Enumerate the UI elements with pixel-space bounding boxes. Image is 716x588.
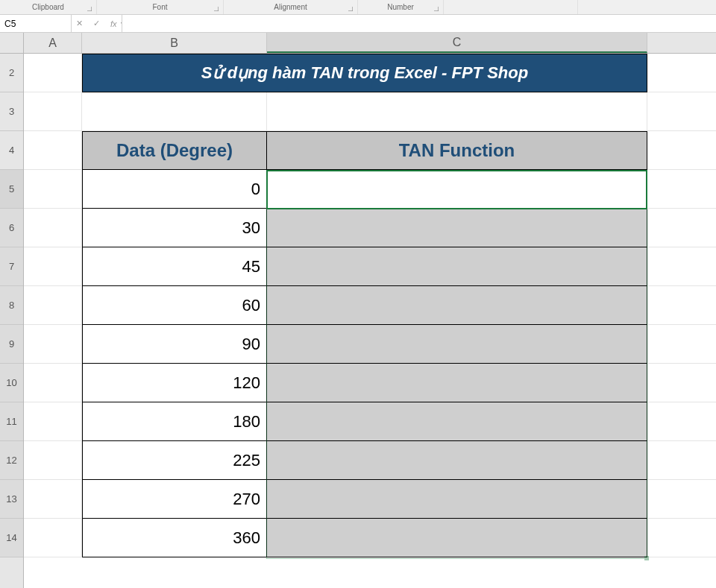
dialog-launcher-icon[interactable] [434,7,439,11]
ribbon-group-label: Clipboard [32,3,64,11]
cell-a7[interactable] [24,247,82,285]
row-header-5[interactable]: 5 [0,170,23,209]
dialog-launcher-icon[interactable] [214,7,219,11]
row-header-2[interactable]: 2 [0,54,23,92]
row-headers: 2 3 4 5 6 7 8 9 10 11 12 13 14 [0,33,24,588]
ribbon-group-label: Alignment [274,3,307,11]
ribbon-group-label: Font [152,3,167,11]
ribbon-group-number: Number [358,0,444,14]
table-row: 30 [82,209,647,247]
table-row: 180 [82,402,647,441]
cell-degree-5[interactable]: 0 [82,170,267,209]
ribbon-group-styles [444,0,578,14]
cell-a11[interactable] [24,402,82,440]
cell-degree-8[interactable]: 60 [82,286,267,325]
row-header-7[interactable]: 7 [0,247,23,286]
row-header-6[interactable]: 6 [0,209,23,247]
row-header-9[interactable]: 9 [0,325,23,364]
cell-a8[interactable] [24,286,82,324]
sheet-title[interactable]: Sử dụng hàm TAN trong Excel - FPT Shop [82,54,647,92]
cell-a6[interactable] [24,209,82,247]
name-box-wrap: ▾ [0,15,67,32]
cell-tan-12[interactable] [267,441,647,480]
row-header-8[interactable]: 8 [0,286,23,325]
ribbon-group-labels: Clipboard Font Alignment Number [0,0,716,15]
cell-degree-13[interactable]: 270 [82,480,267,519]
table-row: 90 [82,325,647,364]
cell-a5[interactable] [24,170,82,208]
cell-tan-6[interactable] [267,209,647,247]
formula-bar-buttons: ✕ ✓ fx [72,15,122,32]
cell-tan-14[interactable] [267,519,647,557]
column-headers: A B C [24,33,716,54]
cell-a10[interactable] [24,364,82,402]
cell-a4[interactable] [24,131,82,169]
select-all-corner[interactable] [0,33,23,54]
cell-degree-9[interactable]: 90 [82,325,267,364]
cell-degree-12[interactable]: 225 [82,441,267,480]
row-header-11[interactable]: 11 [0,402,23,441]
cell-degree-10[interactable]: 120 [82,364,267,402]
row-header-3[interactable]: 3 [0,92,23,131]
cell-a9[interactable] [24,325,82,363]
cell-tan-13[interactable] [267,480,647,519]
cell-tan-5[interactable] [267,170,647,209]
table-row: 225 [82,441,647,480]
cell-b3[interactable] [82,92,267,130]
cell-degree-14[interactable]: 360 [82,519,267,557]
formula-input[interactable] [122,15,716,32]
row-header-10[interactable]: 10 [0,364,23,402]
cell-c3[interactable] [267,92,647,130]
cell-tan-11[interactable] [267,402,647,441]
cell-degree-11[interactable]: 180 [82,402,267,441]
table-row: 0 [82,170,647,209]
ribbon-group-clipboard: Clipboard [0,0,97,14]
cell-tan-9[interactable] [267,325,647,364]
column-header-b[interactable]: B [82,33,267,53]
cell-tan-10[interactable] [267,364,647,402]
dialog-launcher-icon[interactable] [348,7,353,11]
cell-degree-6[interactable]: 30 [82,209,267,247]
ribbon-group-font: Font [97,0,224,14]
cell-a14[interactable] [24,519,82,557]
table-header-row: Data (Degree) TAN Function [82,131,647,170]
column-header-c[interactable]: C [267,33,647,53]
cells-area[interactable]: Sử dụng hàm TAN trong Excel - FPT Shop D… [24,54,716,588]
table-row: 360 [82,519,647,557]
table-header-tan[interactable]: TAN Function [267,131,647,170]
dialog-launcher-icon[interactable] [87,7,92,11]
cell-degree-7[interactable]: 45 [82,247,267,286]
columns-wrap: A B C Sử dụng hàm TAN trong Excel - FPT … [24,33,716,588]
table-row: 270 [82,480,647,519]
enter-icon[interactable]: ✓ [93,19,100,28]
row-header-12[interactable]: 12 [0,441,23,480]
table-row: 60 [82,286,647,325]
cell-tan-8[interactable] [267,286,647,325]
cancel-icon[interactable]: ✕ [76,19,83,28]
row-header-13[interactable]: 13 [0,480,23,519]
row-header-4[interactable]: 4 [0,131,23,170]
table-row: 45 [82,247,647,286]
cell-a12[interactable] [24,441,82,479]
cell-a3[interactable] [24,92,82,130]
ribbon-group-label: Number [387,3,414,11]
ribbon-group-alignment: Alignment [224,0,358,14]
spreadsheet-grid: 2 3 4 5 6 7 8 9 10 11 12 13 14 A B C [0,33,716,588]
cell-a2[interactable] [24,54,82,92]
row-header-14[interactable]: 14 [0,519,23,557]
fx-icon[interactable]: fx [110,19,117,28]
cell-a13[interactable] [24,480,82,518]
column-header-a[interactable]: A [24,33,82,53]
table-header-degree[interactable]: Data (Degree) [82,131,267,170]
formula-bar-row: ▾ ✕ ✓ fx [0,15,716,33]
table-row: 120 [82,364,647,402]
cell-tan-7[interactable] [267,247,647,286]
